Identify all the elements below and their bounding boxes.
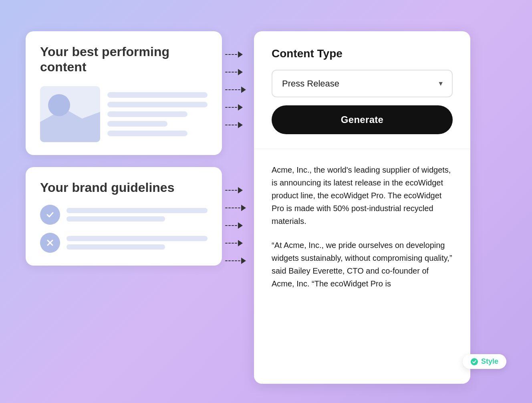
text-line — [107, 121, 167, 127]
check-small-icon — [472, 360, 476, 363]
arrow-10 — [225, 258, 254, 264]
content-visual — [40, 86, 208, 142]
guideline-lines — [66, 208, 208, 222]
generated-text: Acme, Inc., the world's leading supplier… — [272, 163, 453, 290]
mountain-bg — [40, 109, 100, 142]
text-line — [107, 111, 187, 117]
right-panel: Content Type Press Release Blog Post Soc… — [254, 31, 470, 384]
guideline-line — [66, 236, 208, 241]
style-badge-label: Style — [481, 357, 498, 366]
arrow-7 — [225, 205, 254, 211]
arrow-5 — [225, 122, 254, 128]
circle-shape — [48, 94, 70, 116]
generated-paragraph-2: “At Acme, Inc., we pride ourselves on de… — [272, 239, 453, 290]
best-content-title: Your best performing content — [40, 44, 208, 75]
content-type-select[interactable]: Press Release Blog Post Social Media Pos… — [272, 70, 453, 97]
style-badge: Style — [463, 354, 506, 369]
right-top-section: Content Type Press Release Blog Post Soc… — [254, 31, 470, 149]
guideline-line — [66, 216, 165, 222]
arrow-4 — [225, 104, 254, 111]
cross-icon — [45, 238, 55, 248]
style-badge-dot — [471, 358, 478, 365]
guideline-item-cross — [40, 233, 208, 253]
check-icon — [45, 210, 55, 220]
arrow-9 — [225, 240, 254, 246]
guideline-item-check — [40, 205, 208, 225]
generated-paragraph-1: Acme, Inc., the world's leading supplier… — [272, 163, 453, 228]
cross-icon-wrapper — [40, 233, 60, 253]
check-icon-wrapper — [40, 205, 60, 225]
text-line — [107, 131, 187, 136]
arrow-2 — [225, 69, 254, 75]
page-container: Your best performing content — [26, 15, 506, 388]
arrow-3 — [225, 87, 254, 93]
guideline-line — [66, 208, 208, 213]
best-content-card: Your best performing content — [26, 31, 222, 155]
arrow-8 — [225, 222, 254, 229]
select-wrapper[interactable]: Press Release Blog Post Social Media Pos… — [272, 70, 453, 97]
brand-guidelines-card: Your brand guidelines — [26, 167, 222, 266]
generate-button[interactable]: Generate — [272, 105, 453, 134]
content-type-label: Content Type — [272, 47, 453, 60]
arrow-6 — [225, 187, 254, 193]
generated-content-area: Acme, Inc., the world's leading supplier… — [254, 149, 470, 384]
brand-guidelines-title: Your brand guidelines — [40, 180, 208, 195]
image-placeholder — [40, 86, 100, 142]
arrow-1 — [225, 51, 254, 58]
text-lines — [107, 92, 208, 136]
text-line — [107, 92, 208, 98]
guideline-lines — [66, 236, 208, 250]
guideline-line — [66, 244, 165, 250]
text-line — [107, 102, 208, 107]
guideline-items — [40, 205, 208, 253]
